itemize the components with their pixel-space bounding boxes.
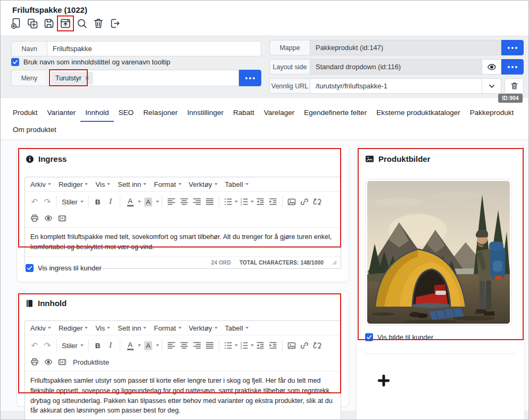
- menu-sett-inn[interactable]: Sett inn: [118, 324, 146, 332]
- menu-verktoy[interactable]: Verktøy: [189, 324, 218, 332]
- resize-handle[interactable]: [332, 260, 337, 265]
- chevron-down-icon[interactable]: [156, 344, 159, 347]
- preview-button[interactable]: [42, 356, 55, 368]
- delete-product-button[interactable]: [92, 16, 105, 31]
- export-button[interactable]: [108, 16, 122, 31]
- tab-om-produktet[interactable]: Om produktet: [8, 122, 61, 139]
- tab-egendefinerte-felter[interactable]: Egendefinerte felter: [299, 105, 371, 122]
- tab-varelager[interactable]: Varelager: [259, 105, 300, 122]
- font-color-button[interactable]: A: [123, 339, 138, 352]
- remove-link-button[interactable]: [311, 339, 324, 352]
- vis-ingress-checkbox[interactable]: [26, 264, 34, 272]
- styles-dropdown[interactable]: Stiler: [60, 198, 86, 206]
- italic-button[interactable]: I: [104, 339, 117, 352]
- background-color-button[interactable]: A: [141, 339, 156, 352]
- insert-link-button[interactable]: [298, 339, 311, 352]
- numbered-list-button[interactable]: 123: [238, 339, 251, 352]
- tab-pakkeprodukt[interactable]: Pakkeprodukt: [465, 105, 519, 122]
- align-justify-button[interactable]: [203, 195, 216, 208]
- link-icon: [300, 341, 309, 350]
- copy-plus-icon: [26, 17, 39, 30]
- navn-input[interactable]: [47, 41, 261, 56]
- url-dropdown-button[interactable]: [482, 78, 501, 94]
- indent-button[interactable]: [267, 339, 279, 352]
- menu-arkiv[interactable]: Arkiv: [30, 324, 51, 332]
- use-name-checkbox[interactable]: [11, 58, 19, 66]
- search-button[interactable]: [75, 16, 89, 31]
- undo-button[interactable]: ↶: [28, 195, 41, 208]
- bullet-list-button[interactable]: [222, 195, 235, 208]
- indent-button[interactable]: [267, 195, 279, 208]
- insert-media-button[interactable]: [56, 356, 69, 368]
- print-button[interactable]: [28, 212, 41, 225]
- chevron-down-icon[interactable]: [156, 201, 159, 203]
- menu-tabell[interactable]: Tabell: [225, 324, 249, 332]
- product-image[interactable]: [365, 179, 512, 326]
- url-input[interactable]: [310, 78, 482, 94]
- outdent-button[interactable]: [254, 339, 267, 352]
- remove-link-button[interactable]: [311, 195, 324, 208]
- insert-media-button[interactable]: [56, 212, 69, 225]
- align-right-button[interactable]: [191, 339, 203, 352]
- align-justify-button[interactable]: [203, 339, 216, 352]
- layout-more-button[interactable]: [501, 59, 524, 75]
- meny-tag-turutstyr[interactable]: Turutstyr ×: [51, 72, 93, 85]
- insert-link-button[interactable]: [298, 195, 311, 208]
- menu-tabell[interactable]: Tabell: [225, 180, 249, 188]
- insert-image-button[interactable]: [285, 339, 298, 352]
- tab-produkt[interactable]: Produkt: [8, 105, 43, 122]
- innhold-editor-body[interactable]: Friluftspakken samler utstyr som passer …: [25, 371, 341, 420]
- outdent-button[interactable]: [254, 195, 267, 208]
- duplicate-product-button[interactable]: [26, 16, 39, 31]
- tab-innstillinger[interactable]: Innstillinger: [183, 105, 228, 122]
- meny-more-button[interactable]: [239, 70, 261, 86]
- redo-button[interactable]: ↷: [41, 195, 54, 208]
- numbered-list-button[interactable]: 123: [238, 195, 251, 208]
- new-product-button[interactable]: [9, 16, 23, 31]
- italic-button[interactable]: I: [104, 195, 117, 208]
- background-color-button[interactable]: A: [141, 195, 156, 208]
- layout-preview-button[interactable]: [482, 59, 501, 75]
- align-center-button[interactable]: [178, 195, 191, 208]
- tab-rabatt[interactable]: Rabatt: [228, 105, 259, 122]
- align-left-button[interactable]: [165, 195, 178, 208]
- menu-verktoy[interactable]: Verktøy: [189, 180, 218, 188]
- produktliste-button[interactable]: Produktliste: [73, 358, 109, 366]
- menu-sett-inn[interactable]: Sett inn: [118, 180, 146, 188]
- preview-button[interactable]: [42, 212, 55, 225]
- tab-eksterne-produktkataloger[interactable]: Eksterne produktkataloger: [371, 105, 465, 122]
- insert-image-button[interactable]: [285, 195, 298, 208]
- bold-button[interactable]: B: [92, 339, 104, 352]
- align-left-button[interactable]: [165, 339, 178, 352]
- tab-innhold[interactable]: Innhold: [80, 105, 113, 122]
- align-right-button[interactable]: [191, 195, 203, 208]
- menu-rediger[interactable]: Rediger: [59, 324, 88, 332]
- menu-format[interactable]: Format: [154, 324, 181, 332]
- publish-button[interactable]: [59, 16, 72, 31]
- menu-vis[interactable]: Vis: [95, 180, 110, 188]
- ingress-editor-body[interactable]: En komplett friluftspakke med telt, sove…: [25, 227, 341, 257]
- save-button[interactable]: [42, 16, 56, 31]
- meny-input[interactable]: Turutstyr ×: [47, 70, 239, 86]
- menu-format[interactable]: Format: [154, 180, 181, 188]
- print-button[interactable]: [28, 356, 41, 368]
- tab-relasjoner[interactable]: Relasjoner: [138, 105, 183, 122]
- styles-dropdown[interactable]: Stiler: [60, 342, 86, 350]
- tab-varianter[interactable]: Varianter: [43, 105, 81, 122]
- mappe-label: Mappe: [269, 40, 310, 55]
- bold-button[interactable]: B: [92, 195, 104, 208]
- redo-button[interactable]: ↷: [41, 339, 54, 352]
- vis-bilde-checkbox[interactable]: [365, 333, 373, 341]
- bullet-list-button[interactable]: [222, 339, 235, 352]
- undo-button[interactable]: ↶: [28, 339, 41, 352]
- url-delete-button[interactable]: [505, 78, 524, 94]
- menu-vis[interactable]: Vis: [95, 324, 110, 332]
- font-color-button[interactable]: A: [123, 195, 138, 208]
- align-center-button[interactable]: [178, 339, 191, 352]
- tab-seo[interactable]: SEO: [114, 105, 139, 122]
- mappe-more-button[interactable]: [501, 40, 524, 55]
- tag-remove-icon[interactable]: ×: [85, 75, 89, 81]
- add-image-button[interactable]: [377, 374, 391, 390]
- menu-arkiv[interactable]: Arkiv: [30, 180, 51, 188]
- menu-rediger[interactable]: Rediger: [59, 180, 88, 188]
